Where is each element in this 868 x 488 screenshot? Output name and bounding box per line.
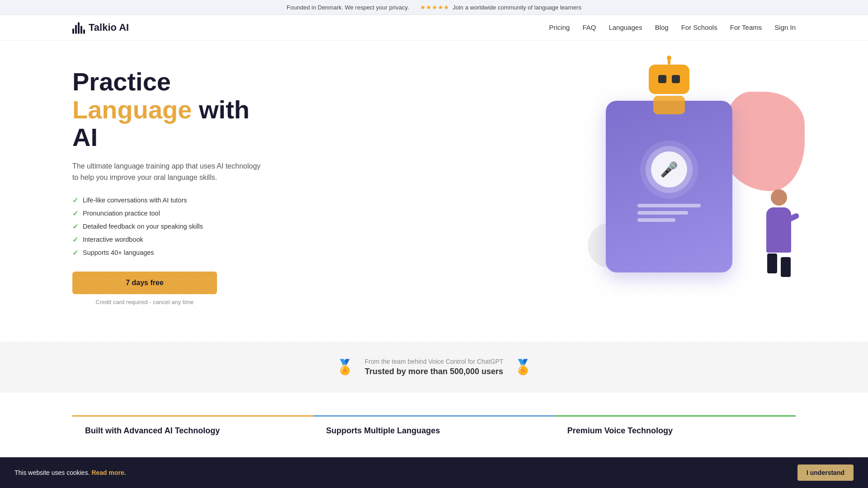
cta-button[interactable]: 7 days free — [72, 272, 217, 294]
robot-head — [649, 65, 689, 94]
phone-mic: 🎤 — [651, 151, 687, 188]
trust-main: Trusted by more than 500,000 users — [365, 367, 504, 376]
background-blob — [723, 92, 805, 191]
robot-eye-right — [672, 75, 680, 83]
hero-title-line1: Practice — [72, 67, 171, 96]
nav-pricing[interactable]: Pricing — [549, 23, 570, 31]
feature-card-title-1: Built with Advanced AI Technology — [85, 426, 301, 436]
feature-item-5: ✓Supports 40+ languages — [72, 249, 262, 257]
hero-left: Practice Language with AI The ultimate l… — [72, 68, 262, 305]
feature-card-title-3: Premium Voice Technology — [567, 426, 783, 436]
leg-left — [767, 253, 777, 273]
nav-links: Pricing FAQ Languages Blog For Schools F… — [549, 23, 796, 32]
phone-line-3 — [637, 218, 675, 222]
hero-title-line3: AI — [72, 123, 98, 151]
nav-blog[interactable]: Blog — [655, 23, 669, 31]
robot-antenna — [668, 58, 670, 65]
robot-illustration — [644, 65, 694, 114]
laurel-left: 🏅 — [336, 358, 354, 375]
check-icon-3: ✓ — [72, 222, 78, 231]
navbar: Talkio AI Pricing FAQ Languages Blog For… — [0, 15, 868, 41]
hero-subtitle: The ultimate language training app that … — [72, 160, 262, 183]
phone-lines — [637, 204, 701, 222]
check-icon-1: ✓ — [72, 196, 78, 205]
hero-title-line2: with — [192, 95, 250, 124]
logo[interactable]: Talkio AI — [72, 21, 129, 34]
trust-text: From the team behind Voice Control for C… — [365, 358, 504, 376]
nav-languages[interactable]: Languages — [609, 23, 642, 31]
founded-text: Founded in Denmark. We respect your priv… — [287, 4, 409, 11]
leg-right — [781, 257, 791, 277]
person-head — [771, 189, 787, 206]
top-banner: Founded in Denmark. We respect your priv… — [0, 0, 868, 15]
check-icon-4: ✓ — [72, 235, 78, 244]
logo-text: Talkio AI — [89, 22, 129, 33]
robot-body — [653, 96, 685, 114]
nav-for-schools[interactable]: For Schools — [681, 23, 717, 31]
phone-line-1 — [637, 204, 701, 207]
phone-line-2 — [637, 211, 688, 215]
trust-sub: From the team behind Voice Control for C… — [365, 358, 504, 365]
trust-band: 🏅 From the team behind Voice Control for… — [0, 342, 868, 393]
hero-title: Practice Language with AI — [72, 68, 262, 151]
features-list: ✓Life-like conversations with AI tutors … — [72, 196, 262, 257]
feature-card-3: Premium Voice Technology — [555, 415, 796, 445]
community-text: Join a worldwide community of language l… — [453, 4, 581, 11]
check-icon-5: ✓ — [72, 249, 78, 257]
mic-icon: 🎤 — [660, 161, 678, 178]
phone-mockup: 🎤 — [606, 101, 732, 272]
features-section: Built with Advanced AI Technology Suppor… — [0, 393, 868, 445]
person-torso — [766, 207, 791, 253]
stars: ★★★★★ — [420, 4, 449, 11]
laurel-right: 🏅 — [514, 358, 532, 375]
sign-in-button[interactable]: Sign In — [774, 23, 796, 31]
logo-icon — [72, 21, 85, 34]
hero-section: Practice Language with AI The ultimate l… — [0, 41, 868, 342]
robot-eye-left — [658, 75, 666, 83]
feature-card-title-2: Supports Multiple Languages — [326, 426, 542, 436]
cta-note: Credit card required - cancel any time — [72, 299, 217, 305]
person-illustration — [766, 189, 791, 277]
feature-card-2: Supports Multiple Languages — [313, 415, 554, 445]
feature-item-4: ✓Interactive wordbook — [72, 235, 262, 244]
hero-title-highlight: Language — [72, 95, 192, 124]
person-legs — [766, 253, 791, 277]
feature-item-3: ✓Detailed feedback on your speaking skil… — [72, 222, 262, 231]
person-arm — [787, 212, 800, 222]
person-body-wrap — [766, 207, 791, 277]
hero-illustration: 🎤 — [579, 92, 796, 282]
nav-faq[interactable]: FAQ — [582, 23, 596, 31]
nav-for-teams[interactable]: For Teams — [730, 23, 762, 31]
check-icon-2: ✓ — [72, 209, 78, 218]
feature-item-2: ✓Pronunciation practice tool — [72, 209, 262, 218]
feature-item-1: ✓Life-like conversations with AI tutors — [72, 196, 262, 205]
feature-card-1: Built with Advanced AI Technology — [72, 415, 313, 445]
